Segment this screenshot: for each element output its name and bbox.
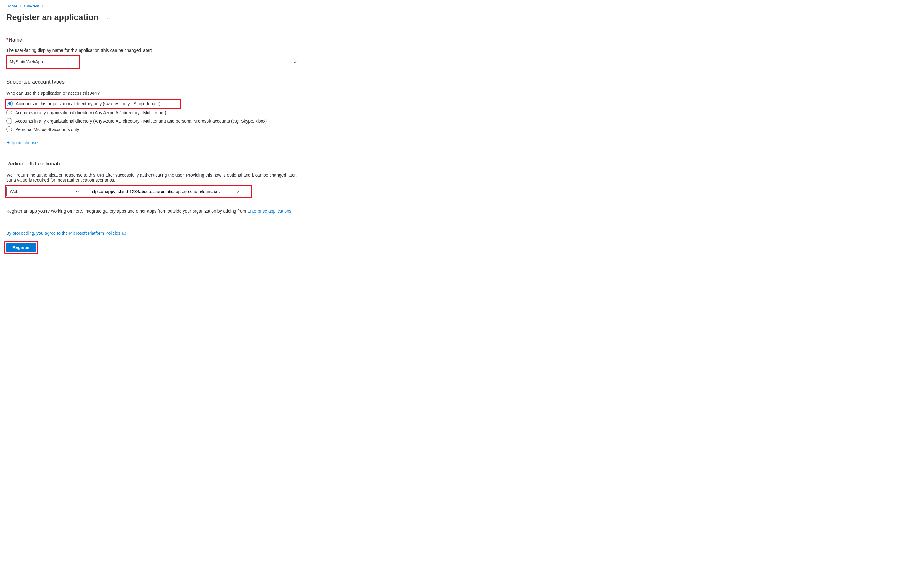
- name-field-block: *Name The user-facing display name for t…: [6, 37, 442, 66]
- platform-select[interactable]: Web: [6, 187, 82, 196]
- page-title: Register an application: [6, 13, 98, 22]
- radio-label: Accounts in any organizational directory…: [15, 119, 267, 124]
- radio-single-tenant[interactable]: Accounts in this organizational director…: [7, 101, 442, 107]
- radio-multitenant-personal[interactable]: Accounts in any organizational directory…: [6, 118, 442, 124]
- redirect-uri-input[interactable]: [87, 187, 242, 196]
- redirect-uri-block: Redirect URI (optional) We'll return the…: [6, 161, 442, 196]
- breadcrumb-home[interactable]: Home: [6, 4, 17, 8]
- name-description: The user-facing display name for this ap…: [6, 48, 442, 53]
- breadcrumb: Home swa-test: [6, 4, 442, 8]
- breadcrumb-swa-test[interactable]: swa-test: [24, 4, 39, 8]
- divider: [0, 223, 504, 223]
- redirect-description: We'll return the authentication response…: [6, 173, 298, 183]
- radio-personal-only[interactable]: Personal Microsoft accounts only: [6, 126, 442, 132]
- chevron-down-icon: [75, 190, 79, 193]
- checkmark-icon: [236, 189, 240, 194]
- enterprise-applications-link[interactable]: Enterprise applications: [247, 209, 291, 214]
- chevron-right-icon: [19, 5, 22, 8]
- footer-note: Register an app you're working on here. …: [6, 209, 329, 214]
- register-button[interactable]: Register: [6, 243, 36, 252]
- radio-label: Accounts in any organizational directory…: [15, 110, 166, 115]
- policies-line: By proceeding, you agree to the Microsof…: [6, 231, 442, 236]
- account-types-title: Supported account types: [6, 79, 442, 85]
- chevron-right-icon: [41, 5, 43, 8]
- external-link-icon: [122, 231, 126, 235]
- account-types-block: Supported account types Who can use this…: [6, 79, 442, 145]
- more-icon[interactable]: ···: [105, 17, 111, 21]
- radio-icon: [7, 101, 13, 107]
- help-me-choose-link[interactable]: Help me choose...: [6, 141, 41, 145]
- platform-policies-link[interactable]: By proceeding, you agree to the Microsof…: [6, 231, 120, 236]
- radio-label: Personal Microsoft accounts only: [15, 127, 79, 132]
- name-label: *Name: [6, 37, 442, 43]
- checkmark-icon: [293, 60, 297, 64]
- required-star-icon: *: [6, 37, 8, 43]
- radio-multitenant[interactable]: Accounts in any organizational directory…: [6, 110, 442, 116]
- platform-select-value: Web: [10, 189, 18, 194]
- redirect-title: Redirect URI (optional): [6, 161, 442, 167]
- account-types-subtitle: Who can use this application or access t…: [6, 91, 442, 96]
- radio-icon: [6, 118, 12, 124]
- radio-icon: [6, 126, 12, 132]
- name-input[interactable]: [6, 57, 300, 66]
- radio-label: Accounts in this organizational director…: [16, 101, 160, 106]
- radio-icon: [6, 110, 12, 116]
